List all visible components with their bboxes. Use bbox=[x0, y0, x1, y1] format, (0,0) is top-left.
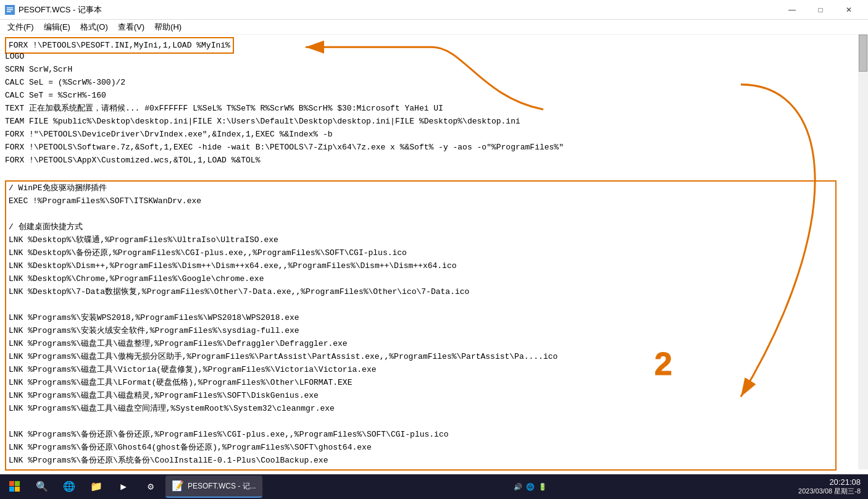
line-15: / 创建桌面快捷方式 bbox=[9, 220, 833, 233]
line-14 bbox=[9, 208, 833, 220]
menu-view[interactable]: 查看(V) bbox=[113, 20, 149, 34]
notepad-icon: 📝 bbox=[172, 480, 184, 492]
taskbar-item-cmd[interactable]: ▶ bbox=[111, 476, 136, 498]
folder-icon: 📁 bbox=[90, 480, 102, 493]
line-28: LNK %Programs%\磁盘工具\磁盘精灵,%ProgramFiles%\… bbox=[9, 389, 833, 402]
windows-icon bbox=[9, 480, 21, 493]
line-1: FORX !\PETOOLS\PESOFT.INI,MyIni,1,LOAD %… bbox=[5, 37, 853, 50]
settings-icon: ⚙ bbox=[144, 480, 157, 493]
line-22: LNK %Programs%\安装WPS2018,%ProgramFiles%\… bbox=[9, 311, 833, 324]
line-17: LNK %Desktop%\备份还原,%ProgramFiles%\CGI-pl… bbox=[9, 246, 833, 259]
main-window: PESOFT.WCS - 记事本 — □ ✕ 文件(F) 编辑(E) 格式(O)… bbox=[0, 0, 868, 499]
tray-icon-2: 🌐 bbox=[526, 483, 535, 491]
line-20: LNK %Desktop%\7-Data数据恢复,%ProgramFiles%\… bbox=[9, 285, 833, 298]
line-3: SCRN ScrW,ScrH bbox=[5, 63, 853, 76]
tray-icon-1: 🔊 bbox=[514, 483, 522, 491]
scrollbar-thumb[interactable] bbox=[859, 35, 867, 72]
text-editor[interactable]: FORX !\PETOOLS\PESOFT.INI,MyIni,1,LOAD %… bbox=[0, 35, 858, 484]
line-16: LNK %Desktop%\软碟通,%ProgramFiles%\UltraIs… bbox=[9, 233, 833, 246]
highlighted-first-line: FORX !\PETOOLS\PESOFT.INI,MyIni,1,LOAD %… bbox=[5, 37, 234, 54]
menu-edit[interactable]: 编辑(E) bbox=[39, 20, 75, 34]
svg-rect-10 bbox=[9, 487, 14, 492]
taskbar-item-settings[interactable]: ⚙ bbox=[138, 476, 163, 498]
globe-icon: 🌐 bbox=[63, 480, 75, 493]
line-12: / WinPE免疫驱动捆绑插件 bbox=[9, 182, 833, 195]
line-5: CALC SeT = %ScrH%-160 bbox=[5, 89, 853, 102]
clock-time: 20:21:08 bbox=[798, 477, 861, 487]
svg-rect-1 bbox=[7, 7, 13, 9]
line-26: LNK %Programs%\磁盘工具\Victoria(硬盘修复),%Prog… bbox=[9, 363, 833, 376]
menu-help[interactable]: 帮助(H) bbox=[149, 20, 186, 34]
title-bar: PESOFT.WCS - 记事本 — □ ✕ bbox=[0, 0, 868, 20]
window-title: PESOFT.WCS - 记事本 bbox=[19, 4, 778, 15]
taskbar-item-browser[interactable]: 🌐 bbox=[57, 476, 81, 498]
terminal-icon: ▶ bbox=[117, 480, 130, 493]
line-23: LNK %Programs%\安装火绒安全软件,%ProgramFiles%\s… bbox=[9, 324, 833, 337]
content-area: FORX !\PETOOLS\PESOFT.INI,MyIni,1,LOAD %… bbox=[0, 35, 868, 484]
menu-format[interactable]: 格式(O) bbox=[75, 20, 113, 34]
line-11 bbox=[5, 167, 853, 180]
line-33: LNK %Programs%\备份还原\系统备份\CoolInstallE-0.… bbox=[9, 454, 833, 467]
svg-rect-3 bbox=[7, 11, 11, 12]
menu-bar: 文件(F) 编辑(E) 格式(O) 查看(V) 帮助(H) bbox=[0, 20, 868, 35]
line-9: FORX !\PETOOLS\Software.7z,&Soft,1,EXEC … bbox=[5, 141, 853, 154]
maximize-button[interactable]: □ bbox=[806, 0, 835, 20]
line-4: CALC SeL = (%ScrW%-300)/2 bbox=[5, 76, 853, 89]
window-controls: — □ ✕ bbox=[778, 0, 863, 20]
system-tray: 🔊 🌐 🔋 bbox=[510, 483, 551, 491]
line-6: TEXT 正在加载系统配置，请稍候... #0xFFFFFF L%SeL% T%… bbox=[5, 102, 853, 115]
taskbar-item-search[interactable]: 🔍 bbox=[30, 476, 54, 498]
tray-icon-3: 🔋 bbox=[538, 483, 547, 491]
menu-file[interactable]: 文件(F) bbox=[2, 20, 39, 34]
svg-rect-2 bbox=[7, 9, 13, 10]
line-27: LNK %Programs%\磁盘工具\LFormat(硬盘低格),%Progr… bbox=[9, 376, 833, 389]
minimize-button[interactable]: — bbox=[778, 0, 806, 20]
line-29: LNK %Programs%\磁盘工具\磁盘空间清理,%SystemRoot%\… bbox=[9, 402, 833, 415]
line-32: LNK %Programs%\备份还原\Ghost64(ghost备份还原),%… bbox=[9, 441, 833, 454]
vertical-scrollbar[interactable] bbox=[858, 35, 868, 469]
line-21 bbox=[9, 298, 833, 311]
app-icon bbox=[5, 5, 15, 15]
section-box: / WinPE免疫驱动捆绑插件 EXEC !%ProgramFiles%\SOF… bbox=[5, 180, 837, 471]
line-10: FORX !\PETOOLS\AppX\Customized.wcs,&TOL,… bbox=[5, 154, 853, 167]
taskbar-clock[interactable]: 20:21:08 2023/03/08 星期三-8 bbox=[798, 477, 866, 496]
svg-rect-8 bbox=[9, 481, 14, 486]
taskbar-notepad-task[interactable]: 📝 PESOFT.WCS - 记... bbox=[165, 476, 262, 498]
clock-date: 2023/03/08 星期三-8 bbox=[798, 487, 861, 496]
svg-rect-9 bbox=[15, 481, 20, 486]
close-button[interactable]: ✕ bbox=[835, 0, 863, 20]
line-30 bbox=[9, 415, 833, 428]
search-taskbar-icon: 🔍 bbox=[36, 480, 48, 493]
line-31: LNK %Programs%\备份还原\备份还原,%ProgramFiles%\… bbox=[9, 428, 833, 441]
line-19: LNK %Desktop%\Chrome,%ProgramFiles%\Goog… bbox=[9, 272, 833, 285]
taskbar-start[interactable] bbox=[2, 476, 27, 498]
line-18: LNK %Desktop%\Dism++,%ProgramFiles%\Dism… bbox=[9, 259, 833, 272]
line-24: LNK %Programs%\磁盘工具\磁盘整理,%ProgramFiles%\… bbox=[9, 337, 833, 350]
line-8: FORX !"\PETOOLS\DeviceDriver\DrvIndex.ex… bbox=[5, 128, 853, 141]
taskbar: 🔍 🌐 📁 ▶ ⚙ 📝 PESOFT.WCS - 记... 🔊 🌐 🔋 20:2… bbox=[0, 474, 868, 499]
line-7: TEAM FILE %public%\Desktop\desktop.ini|F… bbox=[5, 115, 853, 128]
svg-rect-11 bbox=[15, 487, 20, 492]
line-25: LNK %Programs%\磁盘工具\傲梅无损分区助手,%ProgramFil… bbox=[9, 350, 833, 363]
taskbar-item-explorer[interactable]: 📁 bbox=[84, 476, 109, 498]
taskbar-notepad-label: PESOFT.WCS - 记... bbox=[188, 481, 256, 492]
line-13: EXEC !%ProgramFiles%\SOFT\ITSKWanDrv.exe bbox=[9, 195, 833, 208]
